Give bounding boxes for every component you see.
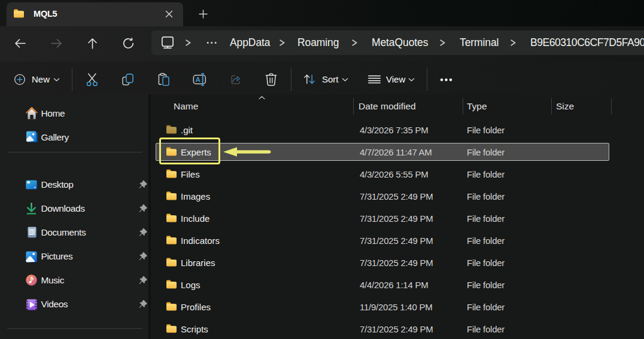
svg-text:A: A — [196, 76, 201, 83]
